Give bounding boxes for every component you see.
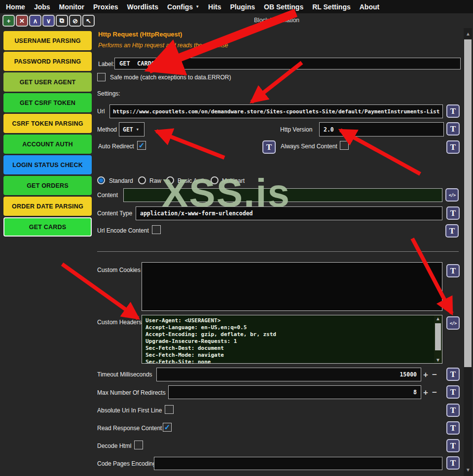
read-response-checkbox[interactable]: ✓: [163, 423, 172, 432]
url-encode-content-checkbox[interactable]: [152, 225, 161, 234]
header-line: User-Agent: <USERAGENT>: [146, 317, 432, 324]
radio-raw[interactable]: [138, 176, 146, 184]
row-variable-mode-button[interactable]: T: [446, 140, 460, 154]
menu-jobs[interactable]: Jobs: [34, 3, 50, 11]
delete-block-button[interactable]: ✕: [16, 15, 28, 27]
method-dropdown[interactable]: GET▼: [119, 122, 145, 136]
absolute-uri-checkbox[interactable]: [165, 405, 174, 414]
settings-heading: Settings:: [97, 90, 120, 97]
scroll-up-icon[interactable]: ▲: [434, 316, 442, 321]
content-label: Content: [97, 192, 118, 199]
max-redirects-input[interactable]: 8: [168, 385, 421, 399]
sidebar-block-order-date-parsing[interactable]: ORDER DATE PARSING: [3, 197, 92, 216]
menu-home[interactable]: Home: [6, 3, 25, 11]
auto-redirect-label: Auto Redirect: [98, 143, 134, 150]
undo-button[interactable]: ↖: [82, 15, 95, 27]
custom-cookies-variable-mode-button[interactable]: T: [446, 264, 460, 277]
decode-html-checkbox[interactable]: [134, 441, 143, 449]
chevron-down-icon: ▼: [137, 128, 139, 132]
radio-standard[interactable]: [97, 176, 105, 184]
scroll-down-icon[interactable]: ▼: [434, 358, 442, 363]
always-send-content-label: Always Send Content: [281, 143, 337, 150]
custom-headers-textarea[interactable]: User-Agent: <USERAGENT> Accept-Language:…: [142, 315, 442, 364]
sidebar-block-login-status-check[interactable]: LOGIN STATUS CHECK: [3, 155, 92, 174]
menu-configs-label: Configs: [167, 3, 193, 11]
code-pages-input[interactable]: [154, 457, 442, 470]
url-encode-content-label: Url Encode Content: [97, 227, 149, 234]
menu-about[interactable]: About: [360, 3, 379, 11]
url-variable-mode-button[interactable]: T: [446, 104, 460, 118]
sidebar-block-csrf-token-parsing[interactable]: CSRF TOKEN PARSING: [3, 114, 92, 133]
move-up-button[interactable]: ∧: [29, 15, 41, 27]
always-send-content-variable-mode-button[interactable]: T: [262, 140, 276, 154]
scroll-up-icon[interactable]: ▲: [464, 32, 472, 36]
decode-html-variable-mode-button[interactable]: T: [446, 439, 460, 452]
radio-raw-label: Raw: [149, 177, 161, 184]
label-input[interactable]: GET CARDS: [114, 58, 461, 69]
always-send-content-checkbox[interactable]: [340, 141, 349, 150]
http-version-label: Http Version: [280, 126, 312, 133]
url-input[interactable]: https://www.cpooutlets.com/on/demandware…: [109, 104, 443, 118]
section-divider: [97, 251, 459, 252]
custom-cookies-label: Custom Cookies: [97, 267, 141, 273]
menu-plugins[interactable]: Plugins: [230, 3, 255, 11]
timeout-decrement-button[interactable]: −: [432, 371, 437, 379]
scroll-down-icon[interactable]: ▼: [464, 468, 472, 473]
header-line: Accept-Language: en-US,en;q=0.5: [146, 324, 432, 331]
menu-monitor[interactable]: Monitor: [59, 3, 84, 11]
timeout-variable-mode-button[interactable]: T: [446, 368, 460, 381]
disable-block-button[interactable]: ⊘: [69, 15, 81, 27]
max-redirects-decrement-button[interactable]: −: [432, 388, 437, 397]
menu-configs[interactable]: Configs▼: [167, 3, 199, 11]
menu-rl-settings[interactable]: RL Settings: [312, 3, 351, 11]
safe-mode-checkbox[interactable]: [97, 73, 106, 81]
xss-watermark: XSS.is: [162, 170, 291, 216]
max-redirects-increment-button[interactable]: +: [423, 388, 428, 397]
annotation-arrow-http-version: [340, 130, 420, 174]
menu-wordlists[interactable]: Wordlists: [127, 3, 159, 11]
menu-bar: Home Jobs Monitor Proxies Wordlists Conf…: [0, 0, 473, 13]
max-redirects-variable-mode-button[interactable]: T: [446, 385, 460, 399]
sidebar-block-get-csrf-token[interactable]: GET CSRF TOKEN: [3, 93, 92, 112]
check-icon: ✓: [139, 141, 145, 150]
header-line: Accept-Encoding: gzip, deflate, br, zstd: [146, 331, 432, 338]
timeout-increment-button[interactable]: +: [423, 371, 428, 379]
move-down-button[interactable]: ∨: [42, 15, 55, 27]
menu-proxies[interactable]: Proxies: [93, 3, 118, 11]
timeout-label: Timeout Milliseconds: [97, 371, 152, 378]
main-scrollbar-thumb[interactable]: [464, 39, 472, 367]
auto-redirect-checkbox[interactable]: ✓: [137, 141, 146, 150]
block-title: Http Request (HttpRequest): [98, 31, 182, 38]
sidebar-block-username-parsing[interactable]: USERNAME PARSING: [3, 31, 92, 50]
custom-cookies-textarea[interactable]: [142, 262, 442, 311]
custom-headers-label: Custom Headers: [97, 319, 142, 326]
sidebar-block-get-orders[interactable]: GET ORDERS: [3, 176, 92, 195]
code-pages-variable-mode-button[interactable]: T: [446, 456, 460, 470]
sidebar-block-account-auth[interactable]: ACCOUNT AUTH: [3, 135, 92, 154]
timeout-input[interactable]: 15000: [156, 368, 421, 381]
method-label: Method: [97, 126, 117, 133]
menu-hits[interactable]: Hits: [208, 3, 221, 11]
add-block-button[interactable]: +: [2, 15, 15, 27]
menu-ob-settings[interactable]: OB Settings: [264, 3, 303, 11]
max-redirects-label: Max Number Of Redirects: [97, 389, 166, 396]
read-response-label: Read Response Content: [97, 425, 162, 432]
read-response-variable-mode-button[interactable]: T: [446, 421, 460, 435]
url-encode-variable-mode-button[interactable]: T: [445, 224, 459, 238]
clone-block-button[interactable]: ⧉: [56, 15, 68, 27]
http-version-variable-mode-button[interactable]: T: [446, 122, 460, 136]
method-value: GET: [123, 126, 133, 133]
content-type-variable-mode-button[interactable]: T: [446, 206, 460, 220]
custom-headers-interpolation-mode-button[interactable]: </>: [446, 316, 460, 330]
headers-scrollbar-thumb[interactable]: [435, 323, 441, 350]
sidebar-block-get-user-agent[interactable]: GET USER AGENT: [3, 72, 92, 92]
sidebar-block-password-parsing[interactable]: PASSWORD PARSING: [3, 52, 92, 71]
absolute-uri-variable-mode-button[interactable]: T: [446, 404, 460, 417]
http-version-input[interactable]: 2.0: [319, 122, 444, 136]
decode-html-label: Decode Html: [97, 442, 131, 449]
safe-mode-label: Safe mode (catch exceptions to data.ERRO…: [110, 74, 231, 81]
header-line: Sec-Fetch-Mode: navigate: [146, 352, 432, 359]
content-interpolation-mode-button[interactable]: </>: [445, 188, 459, 202]
label-field-caption: Label:: [98, 61, 114, 68]
sidebar-block-get-cards[interactable]: GET CARDS: [3, 217, 92, 237]
